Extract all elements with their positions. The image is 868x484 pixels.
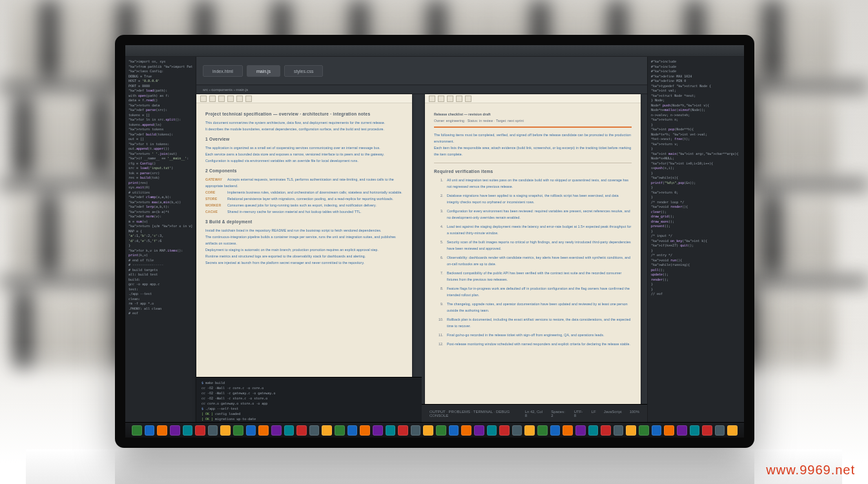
taskbar-app-25[interactable] — [449, 425, 459, 436]
code-line: /* input */ — [651, 234, 741, 239]
status-chip[interactable]: JavaScript — [604, 410, 622, 418]
taskbar-app-20[interactable] — [386, 425, 396, 436]
code-line: "kw">def norm(v): — [129, 214, 192, 219]
build-line: Install the toolchain listed in the repo… — [205, 228, 382, 232]
taskbar-app-2[interactable] — [157, 425, 167, 436]
doc-right-pre-0: The following items must be completed, v… — [434, 133, 631, 143]
zoom-icon[interactable] — [447, 96, 453, 102]
taskbar-app-28[interactable] — [487, 425, 497, 436]
taskbar-app-16[interactable] — [335, 425, 345, 436]
taskbar-app-22[interactable] — [411, 425, 421, 436]
taskbar-app-11[interactable] — [271, 425, 282, 436]
taskbar-app-39[interactable] — [626, 425, 636, 436]
tab-strip: index.htmlmain.jsstyles.css — [196, 57, 647, 85]
tab-styles-css[interactable]: styles.css — [284, 65, 323, 77]
taskbar-app-3[interactable] — [170, 425, 180, 436]
taskbar-app-17[interactable] — [347, 425, 358, 436]
save-icon[interactable] — [209, 96, 216, 102]
taskbar-app-47[interactable] — [727, 425, 738, 436]
right-code-panel[interactable]: #"kw">include #"kw">include #"kw">includ… — [647, 57, 744, 422]
taskbar-app-4[interactable] — [183, 425, 193, 436]
undo-icon[interactable] — [227, 96, 234, 102]
taskbar-app-10[interactable] — [258, 425, 269, 436]
code-line: src = load('input.txt') — [129, 166, 192, 171]
taskbar-app-14[interactable] — [309, 425, 320, 436]
code-line: /* entry */ — [651, 253, 741, 258]
taskbar-app-38[interactable] — [614, 425, 624, 436]
taskbar-app-26[interactable] — [461, 425, 471, 436]
status-chip[interactable]: UTF-8 — [574, 410, 584, 418]
redo-icon[interactable] — [236, 96, 243, 102]
taskbar-app-31[interactable] — [524, 425, 535, 436]
taskbar-app-1[interactable] — [145, 425, 155, 436]
taskbar-app-29[interactable] — [499, 425, 510, 436]
document-left[interactable]: Project technical specification — overvi… — [196, 94, 412, 422]
save-icon[interactable] — [438, 96, 444, 102]
taskbar-app-27[interactable] — [474, 425, 484, 436]
code-line: "kw">def parse(src): — [129, 108, 192, 113]
code-line: "kw">for("kw">int i=0;i<10;i++){ — [651, 161, 741, 166]
taskbar-app-30[interactable] — [512, 425, 522, 436]
code-line: "kw">for t in tokens: — [129, 142, 192, 147]
taskbar-app-8[interactable] — [233, 425, 243, 436]
taskbar-app-33[interactable] — [550, 425, 561, 436]
file-icon[interactable] — [429, 96, 435, 102]
taskbar-app-43[interactable] — [677, 425, 687, 436]
search-icon[interactable] — [245, 96, 252, 102]
code-line: "kw">return data — [129, 103, 192, 108]
code-line: with open(path) as f: — [129, 94, 192, 99]
taskbar-app-12[interactable] — [284, 425, 294, 436]
status-left[interactable]: OUTPUT · PROBLEMS · TERMINAL · DEBUG CON… — [429, 410, 525, 418]
app-menubar[interactable] — [125, 45, 744, 57]
status-chip[interactable]: LF — [592, 410, 596, 418]
taskbar-app-42[interactable] — [664, 425, 674, 436]
taskbar-app-40[interactable] — [639, 425, 649, 436]
taskbar-app-7[interactable] — [220, 425, 231, 436]
checklist-item: Feature flags for in-progress work are d… — [444, 285, 632, 298]
taskbar-app-34[interactable] — [563, 425, 573, 436]
terminal-panel[interactable]: $ make buildcc -O2 -Wall -c core.c -o co… — [196, 377, 422, 422]
code-line: build: — [129, 277, 192, 283]
taskbar-app-0[interactable] — [132, 425, 142, 436]
taskbar-app-37[interactable] — [601, 425, 611, 436]
taskbar-app-13[interactable] — [296, 425, 307, 436]
component-text: Consumes queued jobs for long-running ta… — [227, 203, 377, 207]
taskbar-app-18[interactable] — [360, 425, 370, 436]
status-chip[interactable]: 100% — [630, 410, 639, 418]
code-line: "kw">void on_key("kw">int k){ — [651, 239, 741, 244]
taskbar-app-24[interactable] — [436, 425, 446, 436]
code-line: "kw">return max(a,min(b,x)) — [129, 200, 192, 205]
find-icon[interactable] — [465, 96, 471, 102]
taskbar-app-19[interactable] — [373, 425, 383, 436]
taskbar-app-45[interactable] — [702, 425, 712, 436]
taskbar-app-46[interactable] — [715, 425, 725, 436]
taskbar-app-9[interactable] — [246, 425, 256, 436]
breadcrumbs[interactable]: src › components › main.js — [196, 85, 647, 94]
print-icon[interactable] — [218, 96, 225, 102]
taskbar-app-6[interactable] — [208, 425, 218, 436]
file-icon[interactable] — [200, 96, 207, 102]
code-line: // eof — [651, 292, 741, 297]
document-right[interactable]: Release checklist — revision draft Owner… — [425, 94, 641, 422]
taskbar-app-41[interactable] — [652, 425, 662, 436]
left-code-panel[interactable]: "kw">import os, sys"kw">from pathlib "kw… — [125, 57, 196, 422]
monitor-reflection — [115, 449, 754, 484]
taskbar-app-5[interactable] — [195, 425, 205, 436]
tab-index-html[interactable]: index.html — [203, 65, 243, 77]
tab-main-js[interactable]: main.js — [247, 65, 280, 77]
taskbar-app-32[interactable] — [537, 425, 548, 436]
taskbar-app-35[interactable] — [575, 425, 586, 436]
code-line: HOST = '0.0.0.0' — [129, 79, 192, 84]
status-chip[interactable]: Spaces: 2 — [551, 410, 566, 418]
taskbar-app-21[interactable] — [398, 425, 408, 436]
code-line: "kw">int pop(Node**h){ — [651, 127, 741, 132]
code-line: tok = parse(src) — [129, 171, 192, 176]
taskbar-app-23[interactable] — [423, 425, 433, 436]
taskbar-app-36[interactable] — [588, 425, 599, 436]
checklist-item: Security scan of the built images report… — [444, 239, 632, 252]
doc-left-toolbar — [196, 94, 412, 103]
fit-icon[interactable] — [456, 96, 462, 102]
status-chip[interactable]: Ln 42, Col 8 — [525, 410, 543, 418]
taskbar-app-15[interactable] — [322, 425, 332, 436]
taskbar-app-44[interactable] — [690, 425, 700, 436]
